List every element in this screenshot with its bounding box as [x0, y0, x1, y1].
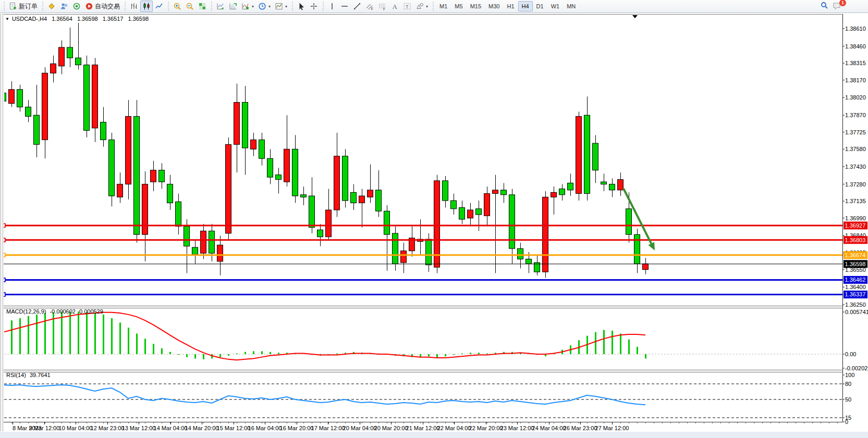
shapes-icon [415, 2, 424, 10]
candle-body-up [476, 209, 482, 215]
navigator-icon [72, 2, 81, 10]
horizontal-line-button[interactable] [338, 1, 351, 12]
candle-body-up [209, 231, 215, 254]
zoom-in-button[interactable] [171, 1, 184, 12]
price-tick-label: 1.37870 [845, 112, 866, 118]
timeframe-m30-button[interactable]: M30 [485, 1, 503, 11]
rsi-axis-label: 50 [845, 396, 851, 403]
crosshair-button[interactable] [308, 1, 320, 12]
notifications-button[interactable]: 1 [833, 2, 843, 11]
vertical-line-icon [328, 2, 336, 10]
price-tick-label: 1.37430 [845, 164, 866, 170]
candle-body-up [634, 234, 640, 264]
chart-shift-icon [229, 2, 237, 10]
time-axis-label: 14 Mar 04:00 [154, 425, 188, 431]
market-watch-button[interactable] [45, 1, 58, 12]
toolbar-separator [291, 2, 294, 11]
chevron-down-icon: ▾ [285, 4, 287, 9]
data-window-icon [60, 2, 68, 10]
indicators-button[interactable]: ▾ [239, 1, 256, 12]
text-button[interactable]: A [388, 1, 401, 12]
svg-text:T: T [406, 4, 409, 9]
price-tick-label: 1.36250 [845, 302, 866, 308]
trendline-button[interactable] [351, 1, 363, 12]
vertical-line-button[interactable] [326, 1, 338, 12]
candle-body-up [459, 208, 465, 219]
candle-body-up [242, 102, 248, 148]
candle-body-up [76, 58, 81, 65]
candle-body-up [351, 192, 357, 203]
candle-body-up [559, 189, 565, 195]
price-tick-label: 1.36990 [845, 215, 866, 221]
templates-button[interactable]: ▾ [273, 1, 289, 12]
candle-body-up [292, 149, 298, 196]
candle-body-down [618, 180, 624, 190]
fibonacci-icon: F [378, 2, 386, 10]
toolbar-separator [210, 2, 213, 11]
candle-body-up [443, 181, 448, 201]
toolbar-separator [167, 2, 169, 11]
candle-body-down [334, 156, 340, 210]
fibonacci-button[interactable]: F [376, 1, 388, 12]
toolbar-separator [3, 2, 5, 11]
tile-windows-button[interactable] [196, 1, 209, 12]
search-icon[interactable] [820, 1, 828, 11]
mt4-application: 新订单自动交易▾▾▾EFAT▾M1M5M15M30H1H4D1W1MN1 1.3… [0, 0, 868, 438]
line-chart-button[interactable] [153, 1, 165, 12]
candle-body-down [576, 116, 582, 193]
shapes-button[interactable]: ▾ [413, 1, 430, 12]
periods-button[interactable]: ▾ [256, 1, 273, 12]
price-line-label: 1.36674 [845, 252, 866, 258]
candle-body-down [251, 140, 256, 149]
chart-canvas[interactable]: 1.386101.384601.383151.381701.380201.378… [0, 14, 868, 438]
time-axis-label: 24 Mar 04:00 [532, 425, 566, 431]
toolbar-right-group: 1 [820, 1, 868, 11]
candle-body-down [643, 264, 649, 269]
auto-scroll-button[interactable] [214, 1, 227, 12]
new-order-button[interactable]: 新订单 [7, 1, 40, 12]
candle-body-up [426, 239, 432, 265]
data-window-button[interactable] [58, 1, 70, 12]
autotrading-button[interactable]: 自动交易 [83, 1, 122, 12]
open-value: 1.36564 [52, 16, 72, 22]
rsi-axis-label: 0 [845, 419, 848, 425]
chart-shift-button[interactable] [227, 1, 239, 12]
candle-body-down [9, 90, 15, 104]
timeframe-h4-button[interactable]: H4 [518, 1, 533, 11]
chart-window[interactable]: 1.386101.384601.383151.381701.380201.378… [0, 14, 868, 438]
candle-body-down [126, 116, 131, 184]
candle-body-down [151, 170, 156, 182]
navigator-button[interactable] [70, 1, 83, 12]
timeframe-d1-button[interactable]: D1 [533, 1, 547, 11]
timeframe-h1-button[interactable]: H1 [503, 1, 518, 11]
zoom-out-button[interactable] [184, 1, 196, 12]
candle-body-down [234, 102, 240, 144]
collapse-triangle-icon[interactable]: ▼ [5, 17, 9, 21]
text-label-button[interactable]: T [401, 1, 413, 12]
timeframe-w1-button[interactable]: W1 [547, 1, 564, 11]
candle-body-down [201, 231, 206, 254]
timeframe-m1-button[interactable]: M1 [436, 1, 451, 11]
candle-body-down [217, 245, 223, 261]
macd-name: MACD(12,26,9) [6, 308, 46, 315]
time-axis-label: 16 Mar 20:00 [280, 425, 314, 431]
bar-chart-button[interactable] [128, 1, 140, 12]
equidistant-channel-button[interactable]: E [363, 1, 376, 12]
candle-body-down [284, 149, 290, 182]
candle-body-up [101, 122, 106, 140]
time-axis-label: 22 Mar 04:00 [437, 425, 471, 431]
close-value: 1.36598 [128, 16, 149, 22]
cursor-button[interactable] [295, 1, 308, 12]
autotrading-icon [85, 2, 93, 10]
candle-body-down [59, 47, 65, 66]
time-axis-label: 23 Mar 12:00 [500, 425, 534, 431]
macd-pane[interactable] [0, 308, 842, 370]
candlestick-chart-button[interactable] [140, 1, 153, 12]
time-axis-label: 17 Mar 12:00 [311, 425, 345, 431]
timeframe-m5-button[interactable]: M5 [451, 1, 466, 11]
candle-body-up [84, 65, 90, 131]
timeframe-m15-button[interactable]: M15 [467, 1, 485, 11]
macd-axis-label: 0.00 [845, 351, 856, 357]
timeframe-mn-button[interactable]: MN [563, 1, 579, 11]
bar-chart-icon [130, 2, 138, 10]
